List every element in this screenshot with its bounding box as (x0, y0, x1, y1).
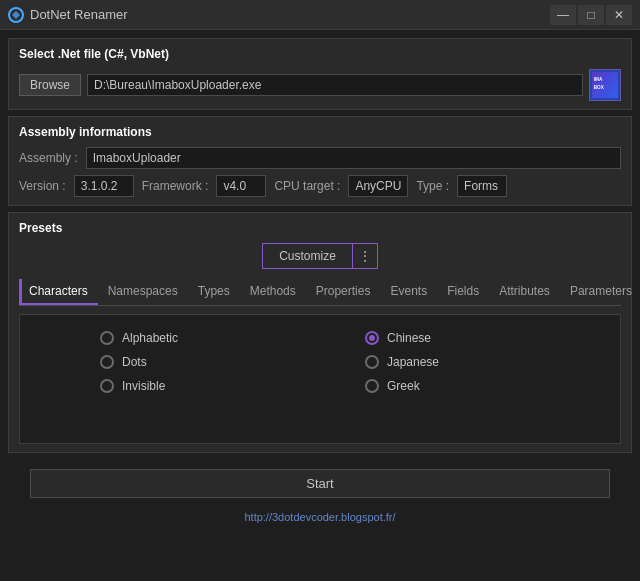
tab-characters[interactable]: Characters (19, 279, 98, 305)
app-icon (8, 7, 24, 23)
assembly-row: Assembly : (19, 147, 621, 169)
tab-events[interactable]: Events (380, 279, 437, 305)
version-row: Version : Framework : CPU target : Type … (19, 175, 621, 197)
tab-fields[interactable]: Fields (437, 279, 489, 305)
radio-chinese-circle (365, 331, 379, 345)
radio-invisible[interactable]: Invisible (100, 379, 335, 393)
version-label: Version : (19, 179, 66, 193)
browse-button[interactable]: Browse (19, 74, 81, 96)
tab-namespaces[interactable]: Namespaces (98, 279, 188, 305)
title-bar: DotNet Renamer — □ ✕ (0, 0, 640, 30)
radio-invisible-circle (100, 379, 114, 393)
radio-invisible-label: Invisible (122, 379, 165, 393)
radio-dots-circle (100, 355, 114, 369)
start-button[interactable]: Start (30, 469, 610, 498)
window-title: DotNet Renamer (30, 7, 128, 22)
close-button[interactable]: ✕ (606, 5, 632, 25)
framework-input[interactable] (216, 175, 266, 197)
tab-methods[interactable]: Methods (240, 279, 306, 305)
radio-alphabetic[interactable]: Alphabetic (100, 331, 335, 345)
customize-dropdown[interactable]: ⋮ (352, 243, 378, 269)
radio-alphabetic-label: Alphabetic (122, 331, 178, 345)
assembly-section-title: Assembly informations (19, 125, 621, 139)
radio-dots[interactable]: Dots (100, 355, 335, 369)
radio-japanese-circle (365, 355, 379, 369)
svg-text:BOX: BOX (594, 85, 605, 90)
type-input[interactable] (457, 175, 507, 197)
radio-greek-circle (365, 379, 379, 393)
presets-section: Presets Customize ⋮ Characters Namespace… (8, 212, 632, 453)
file-section: Select .Net file (C#, VbNet) Browse IMA … (8, 38, 632, 110)
bottom-bar: Start (0, 461, 640, 506)
title-bar-left: DotNet Renamer (8, 7, 128, 23)
cpu-input[interactable] (348, 175, 408, 197)
footer: http://3dotdevcoder.blogspot.fr/ (0, 506, 640, 528)
radio-alphabetic-circle (100, 331, 114, 345)
minimize-button[interactable]: — (550, 5, 576, 25)
version-input[interactable] (74, 175, 134, 197)
window-controls: — □ ✕ (550, 5, 632, 25)
presets-title: Presets (19, 221, 621, 235)
tabs-bar: Characters Namespaces Types Methods Prop… (19, 279, 621, 306)
file-icon: IMA BOX (589, 69, 621, 101)
maximize-button[interactable]: □ (578, 5, 604, 25)
radio-chinese[interactable]: Chinese (365, 331, 600, 345)
radio-chinese-label: Chinese (387, 331, 431, 345)
tab-attributes[interactable]: Attributes (489, 279, 560, 305)
cpu-label: CPU target : (274, 179, 340, 193)
radio-greek[interactable]: Greek (365, 379, 600, 393)
radio-grid: Alphabetic Chinese Dots Japanese (40, 331, 600, 393)
file-path-input[interactable] (87, 74, 583, 96)
assembly-input[interactable] (86, 147, 621, 169)
tab-properties[interactable]: Properties (306, 279, 381, 305)
radio-dots-label: Dots (122, 355, 147, 369)
assembly-section: Assembly informations Assembly : Version… (8, 116, 632, 206)
radio-japanese-label: Japanese (387, 355, 439, 369)
svg-text:IMA: IMA (594, 77, 603, 82)
footer-link[interactable]: http://3dotdevcoder.blogspot.fr/ (244, 511, 395, 523)
radio-japanese[interactable]: Japanese (365, 355, 600, 369)
type-label: Type : (416, 179, 449, 193)
main-content: Select .Net file (C#, VbNet) Browse IMA … (0, 30, 640, 461)
file-row: Browse IMA BOX (19, 69, 621, 101)
tab-parameters[interactable]: Parameters (560, 279, 640, 305)
framework-label: Framework : (142, 179, 209, 193)
tab-types[interactable]: Types (188, 279, 240, 305)
radio-greek-label: Greek (387, 379, 420, 393)
assembly-label: Assembly : (19, 151, 78, 165)
customize-button[interactable]: Customize (262, 243, 352, 269)
customize-row: Customize ⋮ (19, 243, 621, 269)
file-section-title: Select .Net file (C#, VbNet) (19, 47, 621, 61)
tab-content-characters: Alphabetic Chinese Dots Japanese (19, 314, 621, 444)
